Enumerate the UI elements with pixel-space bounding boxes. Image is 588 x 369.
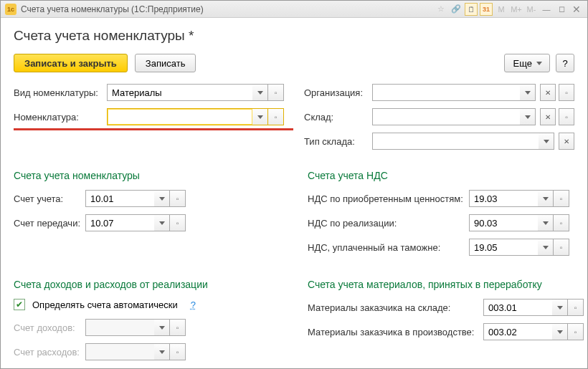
dropdown-icon[interactable] <box>538 239 554 256</box>
schet-rashodov-label: Счет расходов: <box>14 347 85 358</box>
open-icon[interactable] <box>559 84 574 101</box>
organizatsiya-label: Организация: <box>304 87 372 98</box>
link-icon[interactable]: 🔗 <box>450 3 463 16</box>
nds-tam-label: НДС, уплаченный на таможне: <box>308 242 469 253</box>
organizatsiya-input[interactable] <box>372 84 520 101</box>
auto-accounts-checkbox[interactable]: ✔ <box>14 299 25 310</box>
schet-ucheta-label: Счет учета: <box>14 193 85 204</box>
nds-tam-input[interactable] <box>469 239 538 256</box>
dropdown-icon[interactable] <box>520 84 536 101</box>
nds-real-label: НДС по реализации: <box>308 218 469 229</box>
mem-mminus[interactable]: M- <box>525 3 538 16</box>
app-icon: 1c <box>5 4 16 15</box>
clear-icon[interactable] <box>540 84 556 101</box>
auto-accounts-label: Определять счета автоматически <box>32 299 178 310</box>
mat-sklad-input[interactable] <box>483 299 552 316</box>
vid-nomenklatury-label: Вид номенклатуры: <box>14 87 107 98</box>
dropdown-icon <box>154 319 170 336</box>
minimize-icon[interactable]: — <box>540 3 553 16</box>
open-icon[interactable] <box>554 190 569 207</box>
section-income-title: Счета доходов и расходов от реализации <box>14 279 286 290</box>
tip-sklada-label: Тип склада: <box>304 136 372 147</box>
dropdown-icon[interactable] <box>538 214 554 231</box>
open-icon[interactable] <box>170 214 186 231</box>
save-close-button[interactable]: Записать и закрыть <box>14 54 128 72</box>
maximize-icon[interactable]: ◻ <box>555 3 568 16</box>
open-icon <box>170 343 186 360</box>
vid-nomenklatury-input[interactable] <box>107 84 252 101</box>
open-icon[interactable] <box>268 108 284 125</box>
clear-icon[interactable] <box>540 108 556 125</box>
schet-ucheta-input[interactable] <box>85 190 154 207</box>
close-icon[interactable]: ✕ <box>570 3 583 16</box>
schet-peredachi-input[interactable] <box>85 214 154 231</box>
open-icon[interactable] <box>559 108 574 125</box>
dropdown-icon[interactable] <box>154 190 170 207</box>
schet-dohodov-label: Счет доходов: <box>14 322 85 333</box>
dropdown-icon[interactable] <box>252 108 268 125</box>
chevron-down-icon <box>536 62 542 65</box>
dropdown-icon[interactable] <box>154 214 170 231</box>
section-vat-title: Счета учета НДС <box>308 170 574 181</box>
content-area: Счета учета номенклатуры * Записать и за… <box>1 18 587 368</box>
titlebar: 1c Счета учета номенклатуры (1С:Предприя… <box>1 1 587 18</box>
help-button[interactable]: ? <box>556 54 574 72</box>
favorite-icon[interactable]: ☆ <box>435 3 447 16</box>
mem-mplus[interactable]: M+ <box>510 3 523 16</box>
mat-proizv-input[interactable] <box>483 323 552 340</box>
mem-m[interactable]: M <box>495 3 508 16</box>
calculator-icon[interactable]: 🗒 <box>465 3 478 16</box>
sklad-input[interactable] <box>372 108 520 125</box>
schet-peredachi-label: Счет передачи: <box>14 218 85 229</box>
open-icon <box>170 319 186 336</box>
dropdown-icon[interactable] <box>552 323 568 340</box>
more-button[interactable]: Еще <box>504 54 550 72</box>
nomenklatura-label: Номенклатура: <box>14 112 107 123</box>
dropdown-icon[interactable] <box>552 299 568 316</box>
nds-priob-label: НДС по приобретенным ценностям: <box>308 193 469 204</box>
toolbar: Записать и закрыть Записать Еще ? <box>14 54 574 72</box>
section-accounts-title: Счета учета номенклатуры <box>14 170 286 181</box>
validation-underline <box>14 128 293 130</box>
open-icon[interactable] <box>170 190 186 207</box>
sklad-label: Склад: <box>304 112 372 123</box>
dropdown-icon[interactable] <box>252 84 268 101</box>
schet-rashodov-input <box>85 343 154 360</box>
save-button[interactable]: Записать <box>135 54 196 72</box>
open-icon[interactable] <box>568 323 584 340</box>
dropdown-icon[interactable] <box>539 133 554 150</box>
clear-icon[interactable] <box>559 133 574 150</box>
calendar-icon[interactable]: 31 <box>480 3 493 16</box>
dropdown-icon <box>154 343 170 360</box>
schet-dohodov-input <box>85 319 154 336</box>
nds-real-input[interactable] <box>469 214 538 231</box>
mat-sklad-label: Материалы заказчика на складе: <box>308 302 483 313</box>
open-icon[interactable] <box>268 84 284 101</box>
open-icon[interactable] <box>568 299 584 316</box>
window-title: Счета учета номенклатуры (1С:Предприятие… <box>21 4 435 14</box>
mat-proizv-label: Материалы заказчика в производстве: <box>308 327 483 337</box>
page-title: Счета учета номенклатуры * <box>14 28 574 44</box>
open-icon[interactable] <box>554 214 569 231</box>
dropdown-icon[interactable] <box>538 190 554 207</box>
help-link[interactable]: ? <box>191 299 196 310</box>
section-materials-title: Счета учета материалов, принятых в перер… <box>308 279 584 290</box>
dropdown-icon[interactable] <box>520 108 536 125</box>
more-label: Еще <box>513 58 532 69</box>
open-icon[interactable] <box>554 239 569 256</box>
app-window: 1c Счета учета номенклатуры (1С:Предприя… <box>0 0 588 369</box>
tip-sklada-input[interactable] <box>372 133 539 150</box>
nomenklatura-input[interactable] <box>107 108 252 125</box>
nds-priob-input[interactable] <box>469 190 538 207</box>
